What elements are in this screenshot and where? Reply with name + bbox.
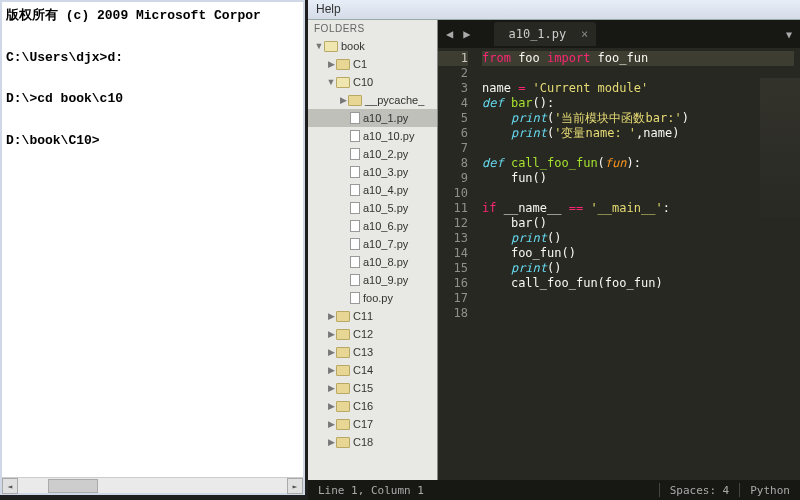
chevron-down-icon — [326, 77, 336, 87]
file-icon — [350, 130, 360, 142]
chevron-right-icon — [326, 419, 336, 429]
folder-sidebar: FOLDERS book C1 C10 __pycache_ a10_1.py … — [308, 20, 438, 480]
tree-file-a10-8[interactable]: a10_8.py — [308, 253, 437, 271]
terminal-line: C:\Users\djx>d: — [6, 50, 123, 65]
scroll-left-arrow-icon[interactable]: ◄ — [2, 478, 18, 494]
tree-folder-c12[interactable]: C12 — [308, 325, 437, 343]
close-icon[interactable]: × — [581, 27, 588, 41]
tree-file-a10-6[interactable]: a10_6.py — [308, 217, 437, 235]
chevron-right-icon — [326, 383, 336, 393]
chevron-right-icon — [326, 365, 336, 375]
folder-icon — [336, 329, 350, 340]
tree-folder-c10[interactable]: C10 — [308, 73, 437, 91]
terminal-content[interactable]: 版权所有 (c) 2009 Microsoft Corpor C:\Users\… — [2, 2, 303, 156]
horizontal-scrollbar[interactable]: ◄ ► — [2, 477, 303, 493]
file-icon — [350, 112, 360, 124]
scroll-track[interactable] — [18, 478, 287, 493]
chevron-right-icon — [326, 347, 336, 357]
status-position[interactable]: Line 1, Column 1 — [318, 484, 649, 497]
folder-icon — [336, 77, 350, 88]
tab-title: a10_1.py — [508, 27, 566, 41]
tree-file-foo[interactable]: foo.py — [308, 289, 437, 307]
tree-folder-c16[interactable]: C16 — [308, 397, 437, 415]
tree-folder-c18[interactable]: C18 — [308, 433, 437, 451]
sidebar-header: FOLDERS — [308, 20, 437, 37]
chevron-right-icon — [326, 437, 336, 447]
tree-folder-book[interactable]: book — [308, 37, 437, 55]
folder-icon — [336, 59, 350, 70]
tree-folder-c15[interactable]: C15 — [308, 379, 437, 397]
status-bar: Line 1, Column 1 Spaces: 4 Python — [308, 480, 800, 500]
folder-icon — [336, 437, 350, 448]
tree-file-a10-5[interactable]: a10_5.py — [308, 199, 437, 217]
tree-file-a10-9[interactable]: a10_9.py — [308, 271, 437, 289]
tree-file-a10-10[interactable]: a10_10.py — [308, 127, 437, 145]
tab-next-icon[interactable]: ▶ — [459, 27, 474, 41]
menu-help[interactable]: Help — [316, 2, 341, 16]
tree-folder-c14[interactable]: C14 — [308, 361, 437, 379]
tree-file-a10-1[interactable]: a10_1.py — [308, 109, 437, 127]
chevron-right-icon — [326, 59, 336, 69]
tab-nav: ◀ ▶ — [442, 27, 474, 41]
tree-file-a10-7[interactable]: a10_7.py — [308, 235, 437, 253]
minimap[interactable] — [760, 78, 800, 218]
folder-icon — [336, 311, 350, 322]
tab-bar: ◀ ▶ a10_1.py × ▼ — [438, 20, 800, 48]
folder-icon — [336, 401, 350, 412]
file-icon — [350, 292, 360, 304]
status-language[interactable]: Python — [750, 484, 790, 497]
folder-icon — [348, 95, 362, 106]
file-icon — [350, 148, 360, 160]
file-icon — [350, 220, 360, 232]
terminal-line: D:\book\C10> — [6, 133, 100, 148]
code-text[interactable]: from foo import foo_fun name = 'Current … — [476, 48, 800, 480]
tree-folder-c17[interactable]: C17 — [308, 415, 437, 433]
line-gutter: 123456789101112131415161718 — [438, 48, 476, 480]
code-body[interactable]: 123456789101112131415161718 from foo imp… — [438, 48, 800, 480]
folder-icon — [336, 365, 350, 376]
folder-icon — [324, 41, 338, 52]
tree-file-a10-4[interactable]: a10_4.py — [308, 181, 437, 199]
chevron-down-icon — [314, 41, 324, 51]
chevron-right-icon — [338, 95, 348, 105]
scroll-thumb[interactable] — [48, 479, 98, 493]
tree-folder-c13[interactable]: C13 — [308, 343, 437, 361]
code-area: ◀ ▶ a10_1.py × ▼ 12345678910111213141516… — [438, 20, 800, 480]
folder-icon — [336, 419, 350, 430]
terminal-line: D:\>cd book\c10 — [6, 91, 123, 106]
tree-folder-c11[interactable]: C11 — [308, 307, 437, 325]
tree-folder-c1[interactable]: C1 — [308, 55, 437, 73]
status-separator — [739, 483, 740, 497]
tab-overflow-icon[interactable]: ▼ — [786, 29, 792, 40]
file-icon — [350, 166, 360, 178]
scroll-right-arrow-icon[interactable]: ► — [287, 478, 303, 494]
chevron-right-icon — [326, 329, 336, 339]
tab-prev-icon[interactable]: ◀ — [442, 27, 457, 41]
terminal-panel: 版权所有 (c) 2009 Microsoft Corpor C:\Users\… — [0, 0, 305, 495]
tree-file-a10-2[interactable]: a10_2.py — [308, 145, 437, 163]
tab-a10-1[interactable]: a10_1.py × — [494, 22, 596, 46]
tree-file-a10-3[interactable]: a10_3.py — [308, 163, 437, 181]
tree-folder-pycache[interactable]: __pycache_ — [308, 91, 437, 109]
menu-bar: Help — [308, 0, 800, 20]
chevron-right-icon — [326, 311, 336, 321]
file-icon — [350, 184, 360, 196]
file-icon — [350, 238, 360, 250]
status-spaces[interactable]: Spaces: 4 — [670, 484, 730, 497]
folder-icon — [336, 383, 350, 394]
chevron-right-icon — [326, 401, 336, 411]
editor-window: Help FOLDERS book C1 C10 __pycache_ a10_… — [308, 0, 800, 500]
file-icon — [350, 256, 360, 268]
terminal-line: 版权所有 (c) 2009 Microsoft Corpor — [6, 8, 261, 23]
file-icon — [350, 202, 360, 214]
file-icon — [350, 274, 360, 286]
status-separator — [659, 483, 660, 497]
folder-icon — [336, 347, 350, 358]
